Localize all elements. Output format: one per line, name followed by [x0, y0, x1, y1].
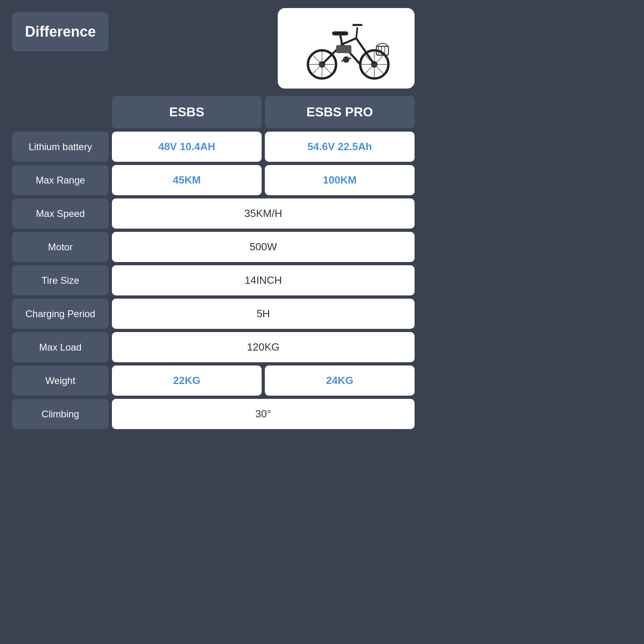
cell-charging-period: 5H	[112, 299, 415, 329]
difference-label: Difference	[25, 23, 96, 40]
cell-tire-size: 14INCH	[112, 265, 415, 295]
header-row: ESBS ESBS PRO	[12, 96, 415, 128]
cells-climbing: 30°	[112, 399, 415, 429]
label-tire-size: Tire Size	[12, 265, 109, 295]
label-climbing: Climbing	[12, 399, 109, 429]
top-section: Difference	[12, 8, 415, 89]
cells-max-speed: 35KM/H	[112, 198, 415, 229]
bike-illustration	[294, 16, 398, 80]
label-motor: Motor	[12, 232, 109, 262]
header-empty	[12, 96, 109, 128]
cell-max-speed: 35KM/H	[112, 198, 415, 229]
cell-weight-col2: 24KG	[265, 365, 415, 396]
label-charging-period: Charging Period	[12, 299, 109, 329]
label-max-range: Max Range	[12, 165, 109, 195]
row-max-speed: Max Speed 35KM/H	[12, 198, 415, 229]
row-weight: Weight 22KG 24KG	[12, 365, 415, 396]
row-max-load: Max Load 120KG	[12, 332, 415, 362]
svg-line-16	[340, 34, 342, 44]
cell-climbing: 30°	[112, 399, 415, 429]
cells-lithium-battery: 48V 10.4AH 54.6V 22.5Ah	[112, 132, 415, 162]
row-max-range: Max Range 45KM 100KM	[12, 165, 415, 195]
label-weight: Weight	[12, 365, 109, 396]
cell-weight-col1: 22KG	[112, 365, 262, 396]
label-lithium-battery: Lithium battery	[12, 132, 109, 162]
svg-line-14	[342, 38, 356, 44]
row-charging-period: Charging Period 5H	[12, 299, 415, 329]
difference-box: Difference	[12, 12, 109, 52]
svg-rect-20	[336, 45, 351, 53]
cell-max-load: 120KG	[112, 332, 415, 362]
label-max-load: Max Load	[12, 332, 109, 362]
cells-max-load: 120KG	[112, 332, 415, 362]
row-lithium-battery: Lithium battery 48V 10.4AH 54.6V 22.5Ah	[12, 132, 415, 162]
svg-line-18	[356, 27, 357, 38]
header-col2: ESBS PRO	[265, 96, 415, 128]
cells-motor: 500W	[112, 232, 415, 262]
header-col1: ESBS	[112, 96, 262, 128]
cells-weight: 22KG 24KG	[112, 365, 415, 396]
cell-lithium-battery-col1: 48V 10.4AH	[112, 132, 262, 162]
cell-max-range-col2: 100KM	[265, 165, 415, 195]
label-max-speed: Max Speed	[12, 198, 109, 229]
svg-rect-17	[332, 31, 348, 35]
bike-image-box	[278, 8, 415, 89]
cells-max-range: 45KM 100KM	[112, 165, 415, 195]
row-climbing: Climbing 30°	[12, 399, 415, 429]
cell-max-range-col1: 45KM	[112, 165, 262, 195]
cells-tire-size: 14INCH	[112, 265, 415, 295]
cell-motor: 500W	[112, 232, 415, 262]
cell-lithium-battery-col2: 54.6V 22.5Ah	[265, 132, 415, 162]
comparison-table: ESBS ESBS PRO Lithium battery 48V 10.4AH…	[12, 96, 415, 429]
row-tire-size: Tire Size 14INCH	[12, 265, 415, 295]
cells-charging-period: 5H	[112, 299, 415, 329]
row-motor: Motor 500W	[12, 232, 415, 262]
